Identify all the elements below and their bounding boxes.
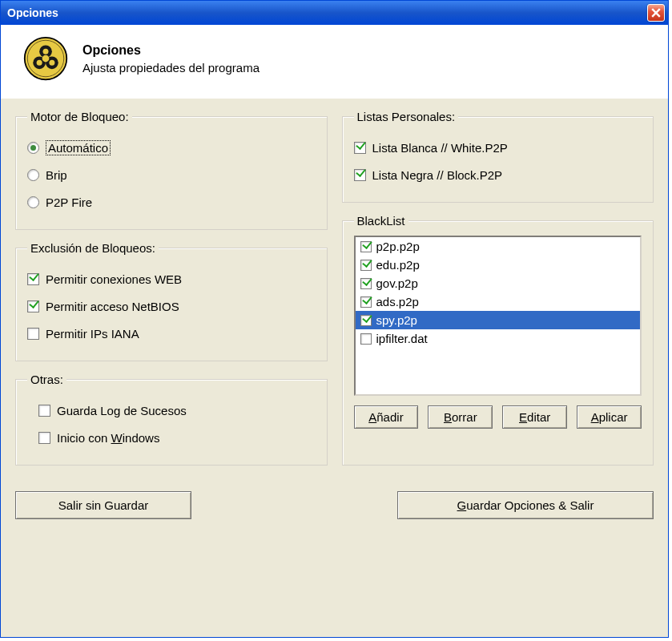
- right-column: Listas Personales: Lista Blanca // White…: [342, 110, 654, 477]
- body-panel: Motor de Bloqueo: AutomáticoBripP2P Fire…: [1, 99, 668, 491]
- svg-point-7: [37, 60, 42, 66]
- checkbox-label: Guarda Log de Sucesos: [57, 404, 187, 417]
- checkbox-icon[interactable]: [360, 241, 372, 252]
- checkbox-label: Lista Negra // Block.P2P: [372, 168, 503, 182]
- list-item-label: gov.p2p: [376, 276, 418, 290]
- personal-legend: Listas Personales:: [354, 110, 459, 123]
- delete-button[interactable]: Borrar: [428, 405, 493, 429]
- add-button[interactable]: Añadir: [354, 405, 419, 429]
- left-column: Motor de Bloqueo: AutomáticoBripP2P Fire…: [15, 110, 328, 477]
- blacklist-item-5[interactable]: ipfilter.dat: [356, 329, 641, 348]
- header-heading: Opciones: [82, 43, 260, 58]
- header-text: Opciones Ajusta propiedades del programa: [82, 43, 260, 75]
- radio-icon[interactable]: [27, 142, 39, 154]
- exclusion-group: Exclusión de Bloqueos: Permitir conexion…: [15, 241, 328, 361]
- svg-point-8: [49, 60, 54, 66]
- blacklist-item-4[interactable]: spy.p2p: [356, 311, 641, 329]
- engine-option-1[interactable]: Brip: [27, 163, 316, 186]
- checkbox-icon[interactable]: [38, 405, 50, 417]
- checkbox-label: Permitir IPs IANA: [46, 327, 139, 341]
- other-group: Otras: Guarda Log de SucesosInicio con W…: [15, 373, 328, 466]
- engine-legend: Motor de Bloqueo:: [27, 110, 132, 123]
- apply-button[interactable]: Aplicar: [577, 405, 642, 429]
- list-item-label: ipfilter.dat: [376, 332, 428, 345]
- checkbox-icon[interactable]: [38, 432, 50, 444]
- checkbox-icon[interactable]: [360, 315, 372, 326]
- engine-group: Motor de Bloqueo: AutomáticoBripP2P Fire: [15, 110, 328, 230]
- checkbox-icon[interactable]: [354, 169, 366, 181]
- blacklist-listbox[interactable]: p2p.p2pedu.p2pgov.p2pads.p2pspy.p2pipfil…: [354, 236, 642, 396]
- blacklist-item-3[interactable]: ads.p2p: [356, 292, 641, 311]
- blacklist-group: BlackList p2p.p2pedu.p2pgov.p2pads.p2psp…: [342, 214, 654, 466]
- biohazard-icon: [23, 36, 68, 81]
- engine-option-0[interactable]: Automático: [27, 136, 316, 159]
- other-item-1[interactable]: Inicio con Windows: [38, 426, 316, 449]
- radio-label: Automático: [46, 140, 111, 155]
- checkbox-icon[interactable]: [27, 300, 39, 312]
- edit-button[interactable]: Editar: [502, 405, 567, 429]
- radio-icon[interactable]: [27, 196, 39, 208]
- svg-point-6: [43, 49, 49, 54]
- exclusion-item-2[interactable]: Permitir IPs IANA: [27, 322, 316, 345]
- checkbox-icon[interactable]: [360, 260, 372, 271]
- radio-label: Brip: [46, 168, 67, 182]
- close-button[interactable]: [647, 4, 665, 22]
- blacklist-buttons: Añadir Borrar Editar Aplicar: [354, 405, 642, 429]
- blacklist-legend: BlackList: [354, 214, 408, 228]
- options-window: Opciones Opciones Ajusta propiedades del…: [0, 0, 669, 638]
- blacklist-item-1[interactable]: edu.p2p: [356, 256, 641, 274]
- exclusion-legend: Exclusión de Bloqueos:: [27, 241, 159, 255]
- header-panel: Opciones Ajusta propiedades del programa: [1, 25, 668, 99]
- other-legend: Otras:: [27, 373, 66, 386]
- exclusion-item-0[interactable]: Permitir conexiones WEB: [27, 268, 316, 290]
- blacklist-item-2[interactable]: gov.p2p: [356, 274, 641, 292]
- engine-option-2[interactable]: P2P Fire: [27, 191, 316, 213]
- list-item-label: ads.p2p: [376, 295, 419, 308]
- checkbox-icon[interactable]: [360, 296, 372, 308]
- save-and-exit-button[interactable]: Guardar Opciones & Salir: [397, 491, 654, 519]
- titlebar: Opciones: [1, 1, 668, 25]
- checkbox-icon[interactable]: [27, 273, 39, 285]
- radio-icon[interactable]: [27, 169, 39, 181]
- blacklist-item-0[interactable]: p2p.p2p: [356, 237, 641, 256]
- list-item-label: spy.p2p: [376, 313, 417, 327]
- personal-group: Listas Personales: Lista Blanca // White…: [342, 110, 654, 203]
- checkbox-icon[interactable]: [354, 142, 366, 154]
- checkbox-label: Permitir acceso NetBIOS: [46, 300, 179, 313]
- radio-label: P2P Fire: [46, 196, 92, 209]
- svg-point-5: [42, 55, 50, 62]
- checkbox-icon[interactable]: [360, 333, 372, 345]
- checkbox-icon[interactable]: [27, 328, 39, 340]
- exit-without-save-button[interactable]: Salir sin Guardar: [15, 491, 191, 519]
- exclusion-item-1[interactable]: Permitir acceso NetBIOS: [27, 295, 316, 317]
- close-icon: [651, 8, 661, 18]
- list-item-label: edu.p2p: [376, 258, 420, 272]
- personal-item-0[interactable]: Lista Blanca // White.P2P: [354, 136, 642, 159]
- header-subtitle: Ajusta propiedades del programa: [82, 61, 260, 75]
- other-item-0[interactable]: Guarda Log de Sucesos: [38, 399, 316, 421]
- bottom-row: Salir sin Guardar Guardar Opciones & Sal…: [1, 491, 668, 534]
- checkbox-label: Lista Blanca // White.P2P: [372, 141, 508, 155]
- checkbox-label: Inicio con Windows: [57, 431, 159, 445]
- checkbox-label: Permitir conexiones WEB: [46, 272, 182, 286]
- list-item-label: p2p.p2p: [376, 240, 420, 253]
- checkbox-icon[interactable]: [360, 278, 372, 289]
- window-title: Opciones: [7, 6, 58, 19]
- personal-item-1[interactable]: Lista Negra // Block.P2P: [354, 163, 642, 186]
